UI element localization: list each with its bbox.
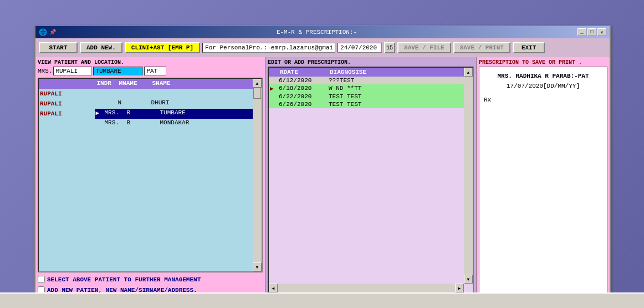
main-window: 🌐 📌 E-M-R & PRESCRIPTION:- _ □ ✕ START A…: [34, 25, 611, 297]
rx-row[interactable]: ▶ 6/18/2020 W ND **TT: [269, 84, 473, 93]
rx-scroll-track[interactable]: [464, 77, 473, 275]
preview-patient-name: MRS. RADHIKA R PARAB:-PAT: [484, 72, 602, 82]
title-pin-icon: 📌: [49, 29, 56, 36]
rx-h-track[interactable]: [279, 286, 454, 290]
rx-row[interactable]: 6/22/2020 TEST TEST: [269, 93, 473, 100]
scroll-right-arrow[interactable]: ▶: [253, 272, 262, 273]
scroll-thumb[interactable]: [253, 88, 261, 99]
col-diag-header: DIAGNOSISE: [329, 68, 472, 76]
search-surname-input[interactable]: [93, 67, 143, 75]
search-name-input[interactable]: [53, 67, 92, 75]
rx-hscroll[interactable]: ◀ ▶: [269, 284, 464, 292]
rx-scroll-right-arrow[interactable]: ▶: [455, 284, 464, 292]
patient-table-vscroll[interactable]: ▲ ▼: [253, 79, 262, 271]
table-row[interactable]: N DHURI: [95, 99, 262, 109]
title-bar-left: 🌐 📌: [39, 28, 56, 37]
col-mname-header: MNAME: [118, 79, 151, 88]
maximize-button[interactable]: □: [587, 28, 596, 36]
mid-panel: EDIT OR ADD PRESCRIPTION. RDATE DIAGNOSI…: [265, 57, 477, 296]
preview-rx: Rx: [484, 95, 602, 105]
title-bar-buttons: _ □ ✕: [577, 28, 606, 36]
table-row[interactable]: RUPALI: [39, 109, 95, 119]
date-picker-button[interactable]: 15: [384, 42, 395, 53]
select-patient-checkbox[interactable]: [38, 276, 45, 283]
rx-scroll-up-arrow[interactable]: ▲: [464, 68, 473, 77]
preview-date: 17/07/2020[DD/MM/YY]: [484, 82, 602, 92]
window-title: E-M-R & PRESCRIPTION:-: [56, 29, 577, 36]
rx-table-vscroll[interactable]: ▲ ▼: [464, 68, 473, 284]
scroll-down-arrow[interactable]: ▼: [253, 262, 262, 271]
table-row-selected[interactable]: ▶ MRS. R TUMBARE: [95, 109, 262, 119]
save-print-button[interactable]: SAVE / PRINT: [453, 42, 510, 53]
table-row[interactable]: MRS. B MONDAKAR: [95, 119, 262, 129]
table-row[interactable]: RUPALI: [39, 99, 95, 109]
table-row[interactable]: RUPALI: [39, 89, 95, 99]
search-prefix-label: MRS.: [38, 68, 52, 74]
rx-row[interactable]: 6/12/2020 ???TEST: [269, 77, 473, 84]
rx-row[interactable]: 6/26/2020 TEST TEST: [269, 100, 473, 108]
toolbar: START ADD NEW. CLINI+AST [EMR P] 15 SAVE…: [35, 38, 610, 57]
patient-table-hscroll[interactable]: ◀ ▶: [39, 271, 262, 272]
patient-search-row: MRS.: [38, 67, 263, 75]
checkbox1-row: SELECT ABOVE PATIENT TO FURTHER MANAGEME…: [38, 276, 263, 283]
scroll-left-arrow[interactable]: ◀: [39, 272, 48, 273]
date-input[interactable]: [338, 43, 382, 53]
right-panel: PRESCRIPTION TO SAVE OR PRINT . MRS. RAD…: [477, 57, 610, 296]
email-input[interactable]: [202, 43, 335, 53]
col-indr-header: INDR: [96, 79, 118, 88]
scroll-up-arrow[interactable]: ▲: [253, 79, 262, 88]
col-arrow-header: [270, 68, 279, 76]
rx-scroll-left-arrow[interactable]: ◀: [269, 284, 278, 292]
select-patient-label: SELECT ABOVE PATIENT TO FURTHER MANAGEME…: [47, 276, 201, 283]
left-section-label: VIEW PATIENT AND LOCATION.: [38, 59, 263, 65]
col-rdate-header: RDATE: [279, 68, 329, 76]
title-bar: 🌐 📌 E-M-R & PRESCRIPTION:- _ □ ✕: [35, 26, 610, 38]
clinic-button[interactable]: CLINI+AST [EMR P]: [125, 42, 200, 53]
col-sname-header: SNAME: [151, 79, 261, 88]
right-section-label: PRESCRIPTION TO SAVE OR PRINT .: [479, 59, 607, 65]
table-row[interactable]: [95, 89, 262, 99]
rx-preview: MRS. RADHIKA R PARAB:-PAT 17/07/2020[DD/…: [479, 67, 607, 294]
save-file-button[interactable]: SAVE / FILE: [397, 42, 451, 53]
start-button[interactable]: START: [39, 42, 78, 53]
desktop: 🌐 📌 E-M-R & PRESCRIPTION:- _ □ ✕ START A…: [0, 0, 644, 308]
main-area: VIEW PATIENT AND LOCATION. MRS.: [35, 57, 610, 296]
scroll-track[interactable]: [253, 88, 262, 262]
app-icon: 🌐: [39, 28, 47, 37]
left-panel: VIEW PATIENT AND LOCATION. MRS.: [35, 57, 265, 296]
rx-table: RDATE DIAGNOSISE 6/12/2020 ???TEST ▶ 6/1…: [268, 67, 474, 294]
minimize-button[interactable]: _: [577, 28, 586, 36]
taskbar: [0, 292, 644, 308]
close-button[interactable]: ✕: [597, 28, 606, 36]
rx-scroll-down-arrow[interactable]: ▼: [464, 275, 473, 284]
addnew-button[interactable]: ADD NEW.: [80, 42, 122, 53]
patient-table: RUPALI RUPALI RUPALI INDR: [38, 78, 263, 272]
exit-button[interactable]: EXIT: [513, 42, 545, 53]
mid-section-label: EDIT OR ADD PRESCRIPTION.: [268, 59, 474, 65]
search-extra-input[interactable]: [144, 67, 166, 75]
